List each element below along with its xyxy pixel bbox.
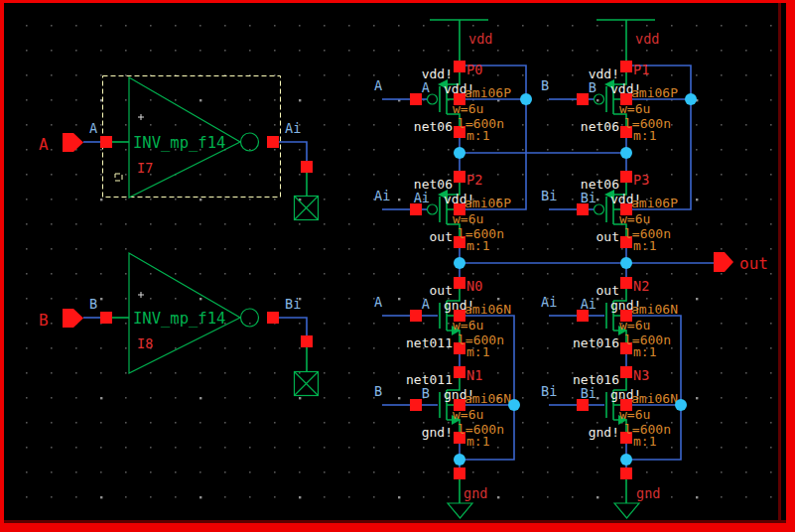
mult-label: m:1 <box>633 238 656 253</box>
width-label: w=6u <box>619 407 650 422</box>
model-label: ami06P <box>464 85 511 100</box>
instance-name: P2 <box>466 172 482 188</box>
port-label: out <box>739 254 768 273</box>
output-port-out[interactable]: out <box>714 252 768 273</box>
pin-square-drain[interactable] <box>454 277 465 289</box>
gate-wire-label: B <box>374 383 382 399</box>
solder-dot <box>508 399 520 411</box>
net-label-a: A <box>89 120 97 136</box>
model-label: ami06P <box>631 85 678 100</box>
wire-pin-square[interactable] <box>301 161 313 173</box>
width-label: w=6u <box>453 101 483 116</box>
border-top <box>0 0 795 3</box>
inverter-input-pin-square[interactable] <box>100 312 112 324</box>
gnd-label: gnd <box>464 485 487 501</box>
model-label: ami06N <box>464 391 511 406</box>
inverter-output-pin-square[interactable] <box>267 312 279 324</box>
solder-dot <box>685 93 697 105</box>
model-label: ami06N <box>464 302 511 317</box>
drain-net-label: out <box>596 283 619 298</box>
mult-label: m:1 <box>466 434 489 449</box>
instance-name: P3 <box>633 172 649 188</box>
symbol-name: INV_mp_f14 <box>133 134 225 152</box>
border-left <box>0 0 4 532</box>
pin-square-drain[interactable] <box>620 277 632 289</box>
symbol-name: INV_mp_f14 <box>133 310 225 328</box>
gate-wire-label: Ai <box>374 188 390 203</box>
net-label-b: B <box>89 296 97 312</box>
mult-label: m:1 <box>633 128 656 143</box>
width-label: w=6u <box>453 318 483 332</box>
inner-frame-horizontal <box>0 520 795 523</box>
gate-wire-label: A <box>374 294 382 310</box>
solder-dot <box>520 93 532 105</box>
instance-name: N3 <box>633 367 649 383</box>
gnd-label: gnd <box>636 485 660 501</box>
gate-terminal-label: A <box>422 296 430 312</box>
solder-dot <box>454 257 465 269</box>
solder-dot <box>620 454 632 466</box>
vdd-label: vdd <box>635 31 659 47</box>
drain-net-label: out <box>430 283 453 298</box>
pin-square-source[interactable] <box>620 171 632 183</box>
mult-label: m:1 <box>466 238 489 253</box>
gate-terminal-label: A <box>422 79 430 95</box>
instance-name: N1 <box>466 367 482 383</box>
model-label: ami06N <box>631 391 678 406</box>
pin-square-gate[interactable] <box>410 93 422 105</box>
instance-name: N0 <box>466 278 482 294</box>
instance-name: I7 <box>137 160 153 176</box>
pin-square-gate[interactable] <box>410 399 422 411</box>
source-net-label: net016 <box>573 335 619 350</box>
mult-label: m:1 <box>466 344 489 359</box>
port-label: A <box>39 135 49 154</box>
pin-square-drain[interactable] <box>620 366 632 378</box>
pin-square-source[interactable] <box>454 61 465 72</box>
gnd-pin-square-right[interactable] <box>620 467 632 479</box>
pin-square-source[interactable] <box>620 61 632 72</box>
instance-name: I8 <box>137 335 153 351</box>
vdd-label: vdd <box>468 31 492 47</box>
gate-terminal-label: B <box>589 79 596 95</box>
drain-net-label: net06 <box>581 119 619 134</box>
border-right <box>786 0 795 532</box>
model-label: ami06N <box>631 302 678 317</box>
gate-terminal-label: Bi <box>581 385 596 401</box>
model-label: ami06P <box>464 196 511 210</box>
gate-wire-label: Bi <box>541 383 557 399</box>
pin-square-gate[interactable] <box>577 93 589 105</box>
gate-terminal-label: Bi <box>581 190 596 205</box>
gate-wire-label: A <box>374 77 382 93</box>
width-label: w=6u <box>619 318 650 332</box>
mult-label: m:1 <box>633 434 656 449</box>
wire-pin-square[interactable] <box>301 335 313 347</box>
source-net-label: gnd! <box>589 425 619 440</box>
border-bottom <box>0 523 795 532</box>
net-label-bi: Bi <box>285 296 301 312</box>
gnd-pin-square-left[interactable] <box>454 467 465 479</box>
gate-terminal-label: B <box>422 385 430 401</box>
gate-wire-label: B <box>541 77 549 93</box>
instance-name: N2 <box>633 278 649 294</box>
solder-dot <box>675 399 687 411</box>
mult-label: m:1 <box>633 344 656 359</box>
width-label: w=6u <box>453 407 483 422</box>
gate-terminal-label: Ai <box>414 190 430 205</box>
source-net-label: gnd! <box>422 425 453 440</box>
drain-net-label: net06 <box>414 119 453 134</box>
width-label: w=6u <box>619 211 650 226</box>
inverter-output-pin-square[interactable] <box>267 136 279 148</box>
inverter-input-pin-square[interactable] <box>100 136 112 148</box>
gate-wire-label: Bi <box>541 188 557 203</box>
schematic-canvas[interactable]: INV_mp_f14 I7 A A Ai INV_mp_f14 I8 B B B… <box>0 0 795 532</box>
gate-wire-label: Ai <box>541 294 557 310</box>
grid-dots-major <box>0 0 795 532</box>
solder-dot <box>620 147 632 159</box>
solder-dot <box>454 454 465 466</box>
model-label: ami06P <box>631 196 678 210</box>
pin-square-gate[interactable] <box>410 310 422 322</box>
gate-terminal-label: Ai <box>581 296 596 312</box>
pin-square-drain[interactable] <box>454 366 465 378</box>
pin-square-source[interactable] <box>454 171 465 183</box>
port-label: B <box>39 311 49 330</box>
